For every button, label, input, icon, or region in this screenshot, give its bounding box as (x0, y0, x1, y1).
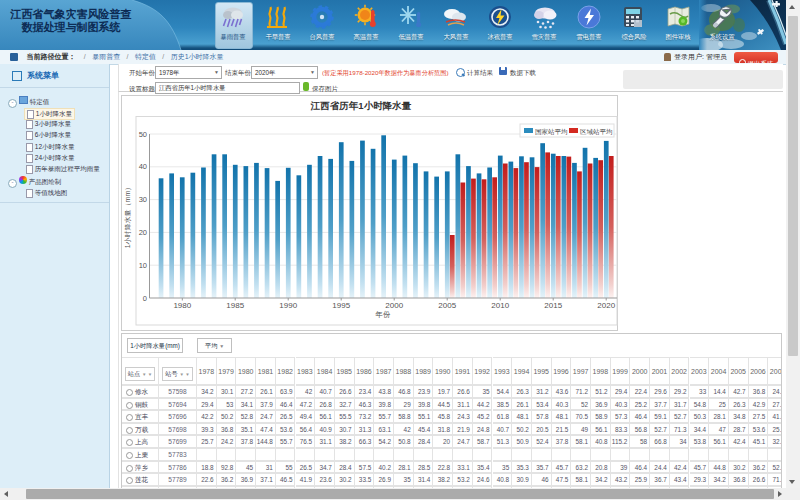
svg-text:1985: 1985 (226, 301, 244, 310)
svg-text:20: 20 (139, 228, 147, 237)
svg-text:10: 10 (139, 261, 147, 270)
svg-text:0: 0 (143, 294, 147, 303)
svg-text:30: 30 (139, 195, 147, 204)
svg-text:2000: 2000 (385, 301, 403, 310)
svg-text:40: 40 (139, 162, 147, 171)
svg-text:区域站平均: 区域站平均 (580, 128, 613, 136)
svg-text:2010: 2010 (491, 301, 509, 310)
svg-text:1小时降水量（mm）: 1小时降水量（mm） (124, 184, 132, 249)
svg-text:国家站平均: 国家站平均 (535, 128, 568, 136)
svg-text:年份: 年份 (375, 310, 392, 319)
svg-text:2020: 2020 (597, 301, 615, 310)
svg-text:1995: 1995 (332, 301, 350, 310)
svg-text:江西省历年1小时降水量: 江西省历年1小时降水量 (310, 100, 412, 111)
svg-text:50: 50 (139, 130, 147, 139)
svg-text:1990: 1990 (279, 301, 297, 310)
svg-text:1980: 1980 (173, 301, 191, 310)
svg-text:2015: 2015 (544, 301, 562, 310)
svg-text:2005: 2005 (438, 301, 456, 310)
